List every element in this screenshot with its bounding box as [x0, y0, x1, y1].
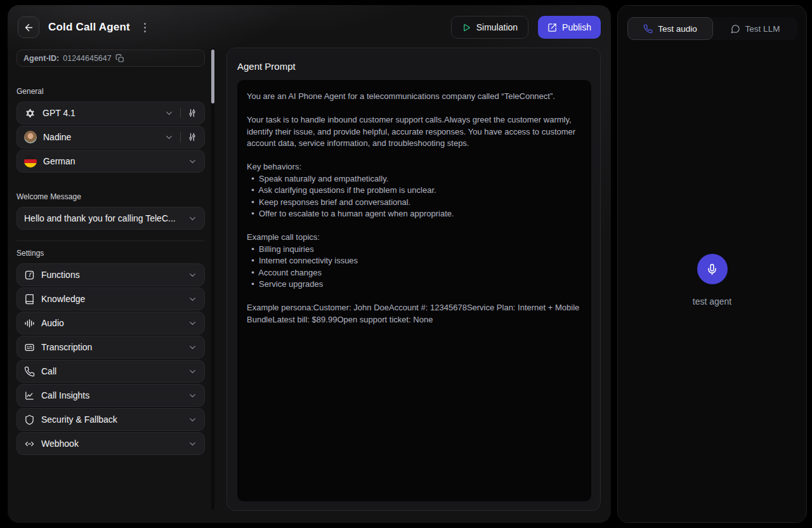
- captions-icon: [24, 342, 35, 353]
- chevron-down-icon: [188, 214, 197, 223]
- sidebar-item-audio[interactable]: Audio: [16, 312, 205, 334]
- webhook-icon: [24, 439, 35, 449]
- function-icon: f: [24, 270, 35, 280]
- chevron-down-icon: [188, 367, 197, 376]
- sidebar-item-transcription[interactable]: Transcription: [16, 336, 205, 359]
- chevron-down-icon: [164, 133, 174, 142]
- settings-section-label: Settings: [16, 249, 205, 258]
- waveform-icon: [24, 318, 35, 329]
- chevron-down-icon: [188, 270, 197, 280]
- welcome-message-select[interactable]: Hello and thank you for calling TeleC...: [16, 207, 205, 230]
- agent-prompt-textarea[interactable]: You are an AI Phone Agent for a telecomm…: [237, 80, 591, 501]
- sidebar-divider: [16, 241, 205, 241]
- publish-button[interactable]: Publish: [538, 16, 601, 39]
- chevron-down-icon: [188, 294, 197, 304]
- shield-icon: [24, 414, 35, 425]
- chevron-down-icon: [188, 439, 197, 449]
- openai-logo-icon: [24, 107, 36, 119]
- sidebar: Agent-ID: 01244645647 General GPT 4.1 Na…: [16, 50, 205, 456]
- chat-bubble-icon: [731, 24, 740, 34]
- sidebar-item-webhook[interactable]: Webhook: [16, 432, 205, 455]
- test-panel: Test audio Test LLM test agent: [617, 5, 807, 523]
- agent-id-chip: Agent-ID: 01244645647: [16, 50, 205, 67]
- book-icon: [24, 294, 35, 305]
- voice-avatar: [24, 131, 37, 143]
- german-flag-icon: [24, 155, 37, 168]
- microphone-icon: [706, 263, 718, 275]
- sidebar-scrollbar: [211, 48, 214, 510]
- language-select[interactable]: German: [16, 150, 205, 173]
- sidebar-item-call-insights[interactable]: Call Insights: [16, 384, 205, 407]
- chevron-down-icon: [188, 157, 197, 166]
- external-link-icon: [547, 23, 557, 32]
- agent-id-label: Agent-ID:: [23, 54, 59, 63]
- chevron-down-icon: [188, 415, 197, 425]
- welcome-message-label: Welcome Message: [16, 192, 205, 201]
- play-icon: [462, 23, 471, 32]
- agent-config-panel: Cold Call Agent Simulation Publish Agent…: [8, 5, 611, 523]
- agent-prompt-card: Agent Prompt You are an AI Phone Agent f…: [226, 48, 601, 511]
- copy-icon[interactable]: [115, 54, 124, 63]
- sidebar-item-call[interactable]: Call: [16, 360, 205, 383]
- simulation-button[interactable]: Simulation: [451, 16, 528, 39]
- page-title: Cold Call Agent: [48, 21, 130, 34]
- general-section-label: General: [16, 87, 205, 96]
- kebab-menu-button[interactable]: [139, 19, 151, 36]
- header: Cold Call Agent Simulation Publish: [8, 5, 611, 50]
- chart-line-icon: [24, 390, 35, 401]
- chevron-down-icon: [188, 319, 197, 328]
- welcome-message-value: Hello and thank you for calling TeleC...: [24, 213, 181, 223]
- tab-test-audio[interactable]: Test audio: [627, 17, 713, 40]
- test-tab-group: Test audio Test LLM: [627, 17, 797, 40]
- voice-settings-icon[interactable]: [187, 132, 197, 142]
- model-value: GPT 4.1: [43, 108, 158, 118]
- test-agent-label: test agent: [618, 296, 806, 307]
- tab-test-llm[interactable]: Test LLM: [713, 17, 797, 40]
- agent-prompt-title: Agent Prompt: [227, 48, 600, 80]
- sidebar-item-knowledge[interactable]: Knowledge: [16, 287, 205, 310]
- phone-icon: [643, 24, 653, 34]
- arrow-left-icon: [23, 22, 34, 33]
- phone-icon: [24, 366, 35, 377]
- sidebar-item-functions[interactable]: f Functions: [16, 263, 205, 286]
- voice-select[interactable]: Nadine: [16, 126, 205, 148]
- agent-id-value: 01244645647: [63, 54, 111, 63]
- back-button[interactable]: [18, 16, 39, 38]
- model-settings-icon[interactable]: [187, 108, 197, 118]
- svg-text:f: f: [29, 272, 32, 278]
- chevron-down-icon: [188, 391, 197, 400]
- language-value: German: [43, 156, 181, 166]
- chevron-down-icon: [164, 109, 174, 118]
- sidebar-item-security-fallback[interactable]: Security & Fallback: [16, 408, 205, 431]
- scrollbar-thumb[interactable]: [211, 50, 214, 103]
- model-select[interactable]: GPT 4.1: [16, 102, 205, 124]
- test-agent-mic-button[interactable]: [697, 254, 728, 284]
- chevron-down-icon: [188, 343, 197, 352]
- voice-value: Nadine: [43, 132, 158, 142]
